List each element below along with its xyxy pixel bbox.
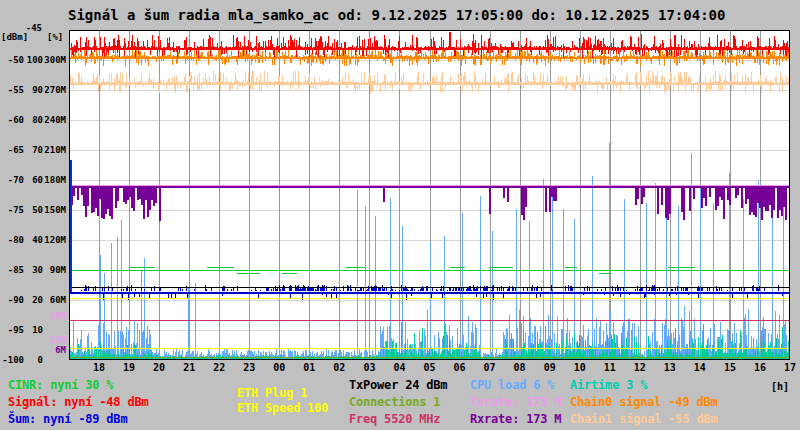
y-axis-tick: 40 xyxy=(24,235,43,246)
legend-freq: Freq 5520 MHz xyxy=(349,413,440,426)
legend-chain1: Chain1 signal -55 dBm xyxy=(570,413,718,426)
legend-signal: Signál: nyní -48 dBm xyxy=(8,396,149,409)
y-axis-tick-row: -6080240M xyxy=(0,115,66,126)
y-axis-tick: 70 xyxy=(24,145,43,156)
y-axis-tick: 50 xyxy=(24,205,43,216)
x-axis-hour-label: 01 xyxy=(301,362,317,373)
x-axis-hour-label: 02 xyxy=(331,362,347,373)
x-axis-hour-label: 00 xyxy=(271,362,287,373)
y-axis-tick-row: -6570210M xyxy=(0,145,66,156)
y-axis-tick: 90 xyxy=(24,85,43,96)
y-axis-tick: 100 xyxy=(24,55,43,66)
x-axis-hour-label: 04 xyxy=(391,362,407,373)
legend-eth-plug: ETH Plug 1 xyxy=(237,387,307,400)
x-axis-hour-label: 13 xyxy=(662,362,678,373)
y-axis-tick-row: -853090M xyxy=(0,265,66,276)
y-axis-tick: -85 xyxy=(0,265,24,276)
x-axis-hour-label: 12 xyxy=(632,362,648,373)
y-axis-tick: 90M xyxy=(43,265,66,276)
legend-txrate: Txrate: 173 M xyxy=(470,396,561,409)
y-axis-tick: -90 xyxy=(0,295,24,306)
y-axis-tick: 150M xyxy=(43,205,66,216)
y-axis-tick: -75 xyxy=(0,205,24,216)
y-axis-tick: -50 xyxy=(0,55,24,66)
legend-cinr: CINR: nyní 30 % xyxy=(8,379,113,392)
x-axis-hour-label: 19 xyxy=(121,362,137,373)
y-axis-tick-row: -1000 xyxy=(0,355,66,366)
y-axis-extra-tick: 6M xyxy=(0,345,66,356)
y-axis-tick: 240M xyxy=(43,115,66,126)
x-axis-hour-label: 11 xyxy=(602,362,618,373)
x-axis-hour-label: 23 xyxy=(241,362,257,373)
y-axis-tick: 30 xyxy=(24,265,43,276)
x-axis-hour-label: 03 xyxy=(361,362,377,373)
legend-eth-speed: ETH Speed 100 xyxy=(237,402,328,415)
y-axis-tick-row: -8040120M xyxy=(0,235,66,246)
y-axis-tick-row: -902060M xyxy=(0,295,66,306)
graph-canvas xyxy=(69,30,790,360)
y-axis-tick: 60 xyxy=(24,175,43,186)
x-axis-hour-label: 15 xyxy=(722,362,738,373)
legend-rxrate: Rxrate: 173 M xyxy=(470,413,561,426)
y-axis-tick: -55 xyxy=(0,85,24,96)
y-axis-tick-row: -5590270M xyxy=(0,85,66,96)
graph-plot-area xyxy=(69,30,790,360)
y-axis-tick: -100 xyxy=(0,355,24,366)
x-axis-hour-label: 09 xyxy=(542,362,558,373)
y-axis-tick: 300M xyxy=(43,55,66,66)
x-axis-hour-label: 05 xyxy=(422,362,438,373)
y-axis-extra-tick: 39M xyxy=(0,311,66,322)
legend-txpower: TxPower 24 dBm xyxy=(349,379,447,392)
y-axis-tick: 180M xyxy=(43,175,66,186)
y-axis-tick: 80 xyxy=(24,115,43,126)
x-axis-hour-label: 10 xyxy=(572,362,588,373)
y-axis-tick xyxy=(43,355,66,366)
legend-cpu-load: CPU load 6 % xyxy=(470,379,554,392)
x-axis-hour-label: 07 xyxy=(482,362,498,373)
percent-unit-label: [%] xyxy=(47,32,63,42)
legend-connections: Connections 1 xyxy=(349,396,440,409)
x-axis-hour-label: 20 xyxy=(151,362,167,373)
y-axis-tick-row: -7060180M xyxy=(0,175,66,186)
legend-chain0: Chain0 signal -49 dBm xyxy=(570,396,718,409)
y-axis-tick: 120M xyxy=(43,235,66,246)
x-axis-hour-label: 14 xyxy=(692,362,708,373)
y-axis-tick: -80 xyxy=(0,235,24,246)
y-axis-tick-row: -7550150M xyxy=(0,205,66,216)
x-axis-hour-label: 08 xyxy=(512,362,528,373)
mrtg-signal-graph-page: Signál a šum radia mla_samko_ac od: 9.12… xyxy=(0,0,800,430)
dbm-unit-label: [dBm] xyxy=(1,32,28,42)
x-axis-hour-label: 21 xyxy=(181,362,197,373)
y-axis-tick: -65 xyxy=(0,145,24,156)
y-axis-tick: -70 xyxy=(0,175,24,186)
y-axis-tick: 60M xyxy=(43,295,66,306)
x-axis-hour-label: 16 xyxy=(752,362,768,373)
x-axis-hour-label: 06 xyxy=(452,362,468,373)
y-axis-tick: 210M xyxy=(43,145,66,156)
x-axis-hour-label: 18 xyxy=(91,362,107,373)
x-axis-hour-label: 22 xyxy=(211,362,227,373)
legend-sum: Šum: nyní -89 dBm xyxy=(8,413,127,426)
graph-title: Signál a šum radia mla_samko_ac od: 9.12… xyxy=(68,7,725,23)
x-axis-hour-label: 17 xyxy=(782,362,798,373)
hour-unit-label: [h] xyxy=(771,381,789,392)
y-axis-tick-row: -50100300M xyxy=(0,55,66,66)
y-axis-tick: 0 xyxy=(24,355,43,366)
y-axis-tick: 270M xyxy=(43,85,66,96)
y-axis-tick: -60 xyxy=(0,115,24,126)
legend-airtime: Airtime 3 % xyxy=(570,379,647,392)
y-axis-tick: 20 xyxy=(24,295,43,306)
